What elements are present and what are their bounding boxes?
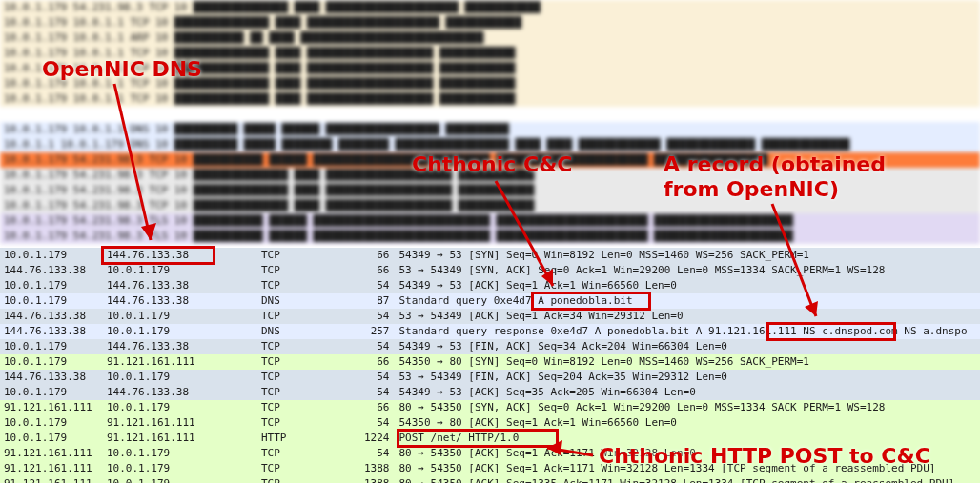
packet-info: 53 → 54349 [ACK] Seq=1 Ack=34 Win=29312 … — [396, 309, 981, 324]
packet-len: 54 — [360, 278, 396, 293]
packet-dst: 10.0.1.179 — [103, 461, 257, 476]
packet-info: Standard query 0xe4d7 A ponedobla.bit — [396, 293, 981, 309]
packet-row[interactable]: 10.0.1.17991.121.161.111HTTP1224POST /ne… — [0, 431, 980, 446]
packet-proto: DNS — [257, 324, 360, 339]
packet-proto: DNS — [257, 293, 360, 309]
packet-len: 54 — [360, 339, 396, 354]
packet-len: 66 — [360, 248, 396, 263]
packet-info: 54349 → 53 [ACK] Seq=35 Ack=205 Win=6630… — [396, 385, 981, 400]
packet-dst: 144.76.133.38 — [103, 278, 257, 293]
packet-src: 10.0.1.179 — [0, 248, 103, 263]
packet-len: 54 — [360, 370, 396, 385]
packet-dst: 144.76.133.38 — [103, 248, 257, 263]
blurred-row: 10.0.1.179 10.0.1.1 TCP 10 █████████████… — [0, 46, 980, 61]
packet-proto: TCP — [257, 385, 360, 400]
packet-info: 53 → 54349 [FIN, ACK] Seq=204 Ack=35 Win… — [396, 370, 981, 385]
packet-dst: 91.121.161.111 — [103, 354, 257, 370]
packet-dst: 144.76.133.38 — [103, 293, 257, 309]
packet-proto: TCP — [257, 446, 360, 461]
packet-proto: TCP — [257, 370, 360, 385]
packet-row[interactable]: 10.0.1.17991.121.161.111TCP5454350 → 80 … — [0, 415, 980, 431]
packet-info: POST /net/ HTTP/1.0 — [396, 431, 981, 446]
packet-len: 66 — [360, 400, 396, 415]
packet-info: 80 → 54350 [ACK] Seq=1335 Ack=1171 Win=3… — [396, 476, 981, 483]
packet-src: 144.76.133.38 — [0, 370, 103, 385]
packet-dst: 10.0.1.179 — [103, 400, 257, 415]
blurred-row: 10.0.1.179 54.231.98.3 TCP 10 ██████████… — [0, 198, 980, 213]
packet-proto: TCP — [257, 278, 360, 293]
packet-dst: 10.0.1.179 — [103, 263, 257, 278]
packet-src: 10.0.1.179 — [0, 354, 103, 370]
packet-src: 10.0.1.179 — [0, 415, 103, 431]
packet-len: 66 — [360, 263, 396, 278]
packet-row[interactable]: 144.76.133.3810.0.1.179TCP6653 → 54349 [… — [0, 263, 980, 278]
packet-info: Standard query response 0xe4d7 A ponedob… — [396, 324, 981, 339]
blurred-row: 10.0.1.179 54.231.98.3 TCP 10 ██████████… — [0, 0, 980, 15]
packet-proto: TCP — [257, 339, 360, 354]
packet-src: 144.76.133.38 — [0, 324, 103, 339]
packet-proto: TCP — [257, 400, 360, 415]
packet-proto: TCP — [257, 248, 360, 263]
packet-len: 54 — [360, 446, 396, 461]
packet-src: 144.76.133.38 — [0, 309, 103, 324]
packet-proto: TCP — [257, 415, 360, 431]
blurred-row: 10.0.1.179 10.0.1.1 TCP 10 █████████████… — [0, 91, 980, 107]
blurred-row: 10.0.1.179 54.231.98.3 TLS 10 ██████████… — [0, 229, 980, 244]
packet-dst: 144.76.133.38 — [103, 339, 257, 354]
blurred-row: 10.0.1.179 54.231.98.3 TLS 10 ██████████… — [0, 213, 980, 229]
blurred-row: 10.0.1.179 10.0.1.1 ARP 10 ███████████ █… — [0, 30, 980, 46]
packet-src: 10.0.1.179 — [0, 385, 103, 400]
packet-dst: 10.0.1.179 — [103, 324, 257, 339]
packet-proto: TCP — [257, 476, 360, 483]
blurred-row: 10.0.1.179 10.0.1.1 TCP 10 █████████████… — [0, 61, 980, 76]
packet-src: 91.121.161.111 — [0, 400, 103, 415]
packet-row[interactable]: 10.0.1.179144.76.133.38TCP5454349 → 53 [… — [0, 278, 980, 293]
packet-row[interactable]: 144.76.133.3810.0.1.179DNS257Standard qu… — [0, 324, 980, 339]
packet-len: 54 — [360, 309, 396, 324]
packet-info: 80 → 54350 [ACK] Seq=1 Ack=1171 Win=3212… — [396, 446, 981, 461]
packet-len: 1388 — [360, 461, 396, 476]
packet-src: 10.0.1.179 — [0, 293, 103, 309]
packet-dst: 10.0.1.179 — [103, 446, 257, 461]
packet-info: 54349 → 53 [SYN] Seq=0 Win=8192 Len=0 MS… — [396, 248, 981, 263]
blurred-row: 10.0.1.179 10.0.1.1 TCP 10 █████████████… — [0, 15, 980, 30]
packet-len: 1388 — [360, 476, 396, 483]
packet-list[interactable]: 10.0.1.179144.76.133.38TCP6654349 → 53 [… — [0, 248, 980, 483]
packet-proto: TCP — [257, 354, 360, 370]
packet-row[interactable]: 10.0.1.179144.76.133.38TCP5454349 → 53 [… — [0, 385, 980, 400]
packet-src: 91.121.161.111 — [0, 446, 103, 461]
packet-row[interactable]: 91.121.161.11110.0.1.179TCP6680 → 54350 … — [0, 400, 980, 415]
packet-dst: 10.0.1.179 — [103, 309, 257, 324]
packet-len: 257 — [360, 324, 396, 339]
packet-row[interactable]: 91.121.161.11110.0.1.179TCP5480 → 54350 … — [0, 446, 980, 461]
packet-len: 54 — [360, 415, 396, 431]
packet-info: 54350 → 80 [ACK] Seq=1 Ack=1 Win=66560 L… — [396, 415, 981, 431]
packet-info: 54349 → 53 [FIN, ACK] Seq=34 Ack=204 Win… — [396, 339, 981, 354]
packet-row[interactable]: 91.121.161.11110.0.1.179TCP138880 → 5435… — [0, 476, 980, 483]
packet-proto: TCP — [257, 263, 360, 278]
packet-dst: 10.0.1.179 — [103, 370, 257, 385]
packet-dst: 91.121.161.111 — [103, 415, 257, 431]
packet-proto: TCP — [257, 461, 360, 476]
blurred-row — [0, 107, 980, 122]
packet-src: 91.121.161.111 — [0, 476, 103, 483]
packet-src: 10.0.1.179 — [0, 431, 103, 446]
packet-row[interactable]: 144.76.133.3810.0.1.179TCP5453 → 54349 [… — [0, 370, 980, 385]
blurred-row: 10.0.1.1 10.0.1.179 DNS 10 ██████████ ██… — [0, 137, 980, 152]
packet-src: 10.0.1.179 — [0, 278, 103, 293]
packet-len: 66 — [360, 354, 396, 370]
packet-row[interactable]: 10.0.1.17991.121.161.111TCP6654350 → 80 … — [0, 354, 980, 370]
blurred-row: 10.0.1.179 10.0.1.1 TCP 10 █████████████… — [0, 76, 980, 91]
blurred-row: 10.0.1.179 54.231.98.3 TCP 10 ██████████… — [0, 168, 980, 183]
packet-info: 80 → 54350 [SYN, ACK] Seq=0 Ack=1 Win=29… — [396, 400, 981, 415]
packet-dst: 10.0.1.179 — [103, 476, 257, 483]
packet-row[interactable]: 144.76.133.3810.0.1.179TCP5453 → 54349 [… — [0, 309, 980, 324]
packet-dst: 144.76.133.38 — [103, 385, 257, 400]
packet-info: 80 → 54350 [ACK] Seq=1 Ack=1171 Win=3212… — [396, 461, 981, 476]
packet-row[interactable]: 10.0.1.179144.76.133.38TCP5454349 → 53 [… — [0, 339, 980, 354]
packet-proto: HTTP — [257, 431, 360, 446]
packet-row[interactable]: 91.121.161.11110.0.1.179TCP138880 → 5435… — [0, 461, 980, 476]
packet-proto: TCP — [257, 309, 360, 324]
packet-row[interactable]: 10.0.1.179144.76.133.38DNS87Standard que… — [0, 293, 980, 309]
packet-row[interactable]: 10.0.1.179144.76.133.38TCP6654349 → 53 [… — [0, 248, 980, 263]
